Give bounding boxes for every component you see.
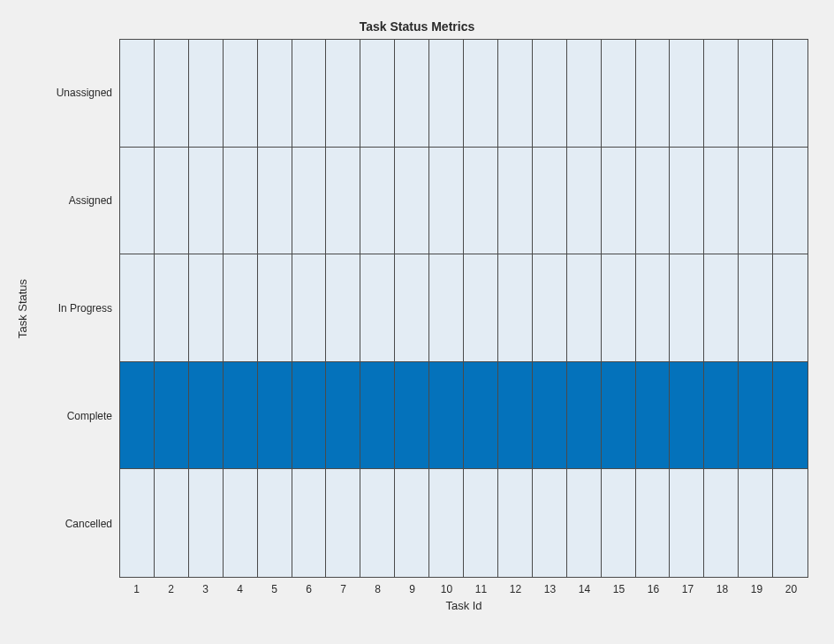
heatmap-cell [533,469,567,577]
heatmap-cell [395,148,429,255]
heatmap-cell [636,40,671,148]
x-tick-label: 8 [360,580,395,595]
heatmap-cell [360,148,395,255]
heatmap-cell [258,148,292,255]
heatmap-cell [739,148,773,255]
x-tick-label: 7 [326,580,360,595]
chart-title: Task Status Metrics [0,19,834,34]
heatmap-cell [739,40,773,148]
heatmap-cell [533,362,567,470]
x-axis-ticks: 1234567891011121314151617181920 [119,580,808,595]
x-tick-label: 12 [498,580,533,595]
x-tick-label: 19 [739,580,774,595]
x-axis-label: Task Id [119,599,808,612]
heatmap-cell [326,40,360,148]
heatmap-cell [224,469,258,577]
x-tick-label: 11 [464,580,498,595]
heatmap-cell [636,254,671,362]
heatmap-cell [533,148,567,255]
heatmap-cell [704,254,739,362]
heatmap-cell [155,362,189,470]
x-tick-label: 9 [395,580,429,595]
x-tick-label: 14 [567,580,602,595]
x-tick-label: 6 [292,580,326,595]
y-tick-label: Unassigned [0,39,118,147]
x-tick-label: 13 [533,580,567,595]
heatmap-cell [224,254,258,362]
heatmap-cell [429,40,464,148]
heatmap-cell [636,148,671,255]
chart-axes [119,39,808,578]
heatmap-cell [429,469,464,577]
heatmap-cell [464,469,498,577]
heatmap-cell [670,362,704,470]
x-tick-label: 17 [671,580,705,595]
heatmap-cell [567,148,602,255]
heatmap-cell [773,148,807,255]
heatmap-cell [498,469,533,577]
heatmap-cell [395,362,429,470]
y-tick-label: Complete [0,362,118,470]
heatmap-cell [498,40,533,148]
x-tick-label: 18 [705,580,739,595]
heatmap-cell [670,254,704,362]
heatmap-cell [326,362,360,470]
heatmap-cell [189,40,224,148]
heatmap-cell [189,362,224,470]
heatmap-cell [533,40,567,148]
heatmap-cell [636,362,671,470]
heatmap-cell [464,362,498,470]
heatmap-cell [773,469,807,577]
heatmap-cell [360,362,395,470]
heatmap-cell [258,469,292,577]
heatmap-cell [670,40,704,148]
x-tick-label: 10 [429,580,464,595]
heatmap-cell [429,254,464,362]
heatmap-cell [189,254,224,362]
heatmap-cell [120,148,155,255]
heatmap-cell [360,40,395,148]
heatmap-cell [155,148,189,255]
heatmap-cell [429,148,464,255]
heatmap-cell [120,254,155,362]
heatmap-cell [636,469,671,577]
heatmap-cell [670,469,704,577]
heatmap-cell [189,469,224,577]
heatmap-cell [395,469,429,577]
heatmap-cell [704,469,739,577]
x-tick-label: 3 [188,580,223,595]
heatmap-cell [498,362,533,470]
heatmap-cell [739,469,773,577]
heatmap-cell [326,254,360,362]
heatmap-cell [292,362,327,470]
heatmap-cell [602,148,636,255]
heatmap-cell [739,362,773,470]
heatmap-cell [224,40,258,148]
heatmap-cell [326,469,360,577]
heatmap-cell [429,362,464,470]
heatmap-cell [120,469,155,577]
heatmap-cell [155,254,189,362]
heatmap-cell [704,148,739,255]
heatmap-cell [292,254,327,362]
heatmap-cell [155,469,189,577]
y-tick-label: Assigned [0,147,118,254]
heatmap-cell [464,40,498,148]
heatmap-cell [533,254,567,362]
heatmap-cell [567,469,602,577]
heatmap-cell [360,254,395,362]
heatmap-cell [773,254,807,362]
heatmap-cell [258,254,292,362]
x-tick-label: 20 [774,580,808,595]
heatmap-cell [498,254,533,362]
heatmap-cell [292,40,327,148]
heatmap-cell [498,148,533,255]
figure-window: Task Status Metrics Task Status Unassign… [0,0,834,644]
heatmap-cell [704,40,739,148]
y-tick-label: Cancelled [0,470,118,578]
heatmap-cell [670,148,704,255]
heatmap-cell [155,40,189,148]
heatmap-cell [602,469,636,577]
heatmap-cell [326,148,360,255]
heatmap-cell [120,40,155,148]
